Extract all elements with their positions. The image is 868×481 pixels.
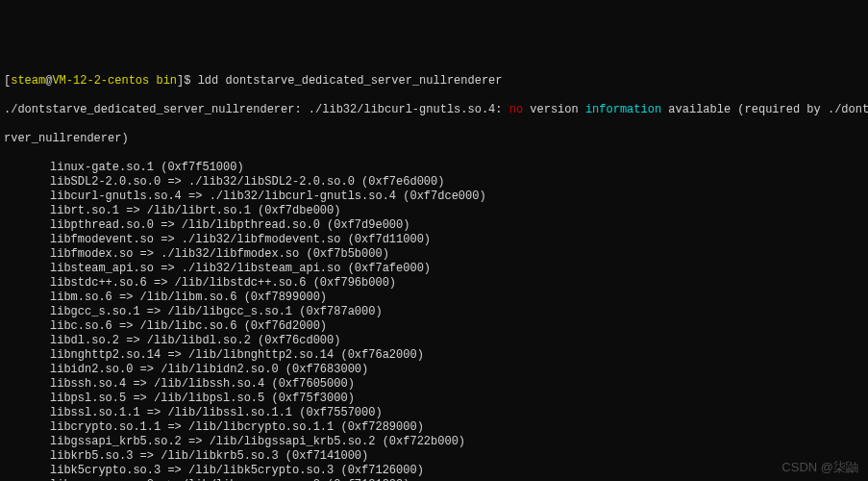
- library-entry: libfmodex.so => ./lib32/libfmodex.so (0x…: [4, 247, 864, 262]
- library-entry: libsteam_api.so => ./lib32/libsteam_api.…: [4, 262, 864, 276]
- watermark: CSDN @柒鼬: [781, 460, 858, 475]
- prompt-dir: bin: [156, 74, 177, 88]
- prompt-user: steam: [11, 74, 45, 88]
- library-entry: libpthread.so.0 => /lib/libpthread.so.0 …: [4, 218, 864, 233]
- library-entry: libssl.so.1.1 => /lib/libssl.so.1.1 (0xf…: [4, 406, 864, 420]
- library-entry: libkrb5.so.3 => /lib/libkrb5.so.3 (0xf71…: [4, 449, 864, 464]
- library-entry: libssh.so.4 => /lib/libssh.so.4 (0xf7605…: [4, 377, 864, 392]
- library-entry: libfmodevent.so => ./lib32/libfmodevent.…: [4, 233, 864, 247]
- library-entry: libcrypto.so.1.1 => /lib/libcrypto.so.1.…: [4, 420, 864, 435]
- prompt-host: VM-12-2-centos: [52, 74, 149, 88]
- warning-cont: rver_nullrenderer): [4, 132, 864, 146]
- library-entry: libSDL2-2.0.so.0 => ./lib32/libSDL2-2.0.…: [4, 175, 864, 190]
- warning-line: ./dontstarve_dedicated_server_nullrender…: [4, 103, 864, 117]
- library-entry: libgssapi_krb5.so.2 => /lib/libgssapi_kr…: [4, 435, 864, 449]
- library-entry: libidn2.so.0 => /lib/libidn2.so.0 (0xf76…: [4, 363, 864, 377]
- terminal-output[interactable]: [steam@VM-12-2-centos bin]$ ldd dontstar…: [4, 60, 864, 481]
- library-entry: libm.so.6 => /lib/libm.so.6 (0xf7899000): [4, 291, 864, 305]
- command-text: ldd dontstarve_dedicated_server_nullrend…: [198, 74, 503, 88]
- warning-no: no: [509, 103, 523, 116]
- library-entry: libk5crypto.so.3 => /lib/libk5crypto.so.…: [4, 464, 864, 478]
- library-entry: libpsl.so.5 => /lib/libpsl.so.5 (0xf75f3…: [4, 392, 864, 406]
- library-entry: libstdc++.so.6 => /lib/libstdc++.so.6 (0…: [4, 276, 864, 291]
- library-entry: linux-gate.so.1 (0xf7f51000): [4, 161, 864, 175]
- command-line-1: [steam@VM-12-2-centos bin]$ ldd dontstar…: [4, 74, 864, 89]
- library-entry: libnghttp2.so.14 => /lib/libnghttp2.so.1…: [4, 348, 864, 363]
- library-list: linux-gate.so.1 (0xf7f51000)libSDL2-2.0.…: [4, 161, 864, 481]
- library-entry: libc.so.6 => /lib/libc.so.6 (0xf76d2000): [4, 319, 864, 334]
- warning-info: information: [585, 103, 661, 116]
- library-entry: libcurl-gnutls.so.4 => ./lib32/libcurl-g…: [4, 190, 864, 204]
- library-entry: libdl.so.2 => /lib/libdl.so.2 (0xf76cd00…: [4, 334, 864, 348]
- library-entry: librt.so.1 => /lib/librt.so.1 (0xf7dbe00…: [4, 204, 864, 218]
- library-entry: libgcc_s.so.1 => /lib/libgcc_s.so.1 (0xf…: [4, 305, 864, 319]
